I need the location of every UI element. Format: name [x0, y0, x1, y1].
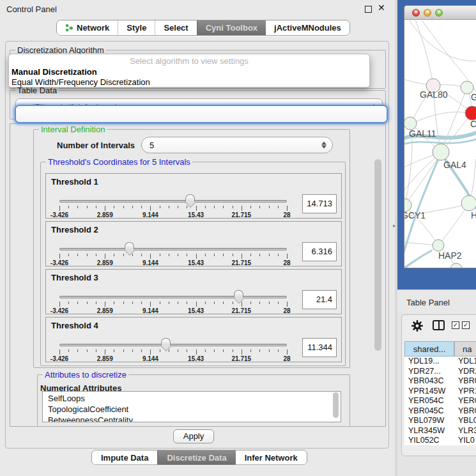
table-cell[interactable]: YBR043C: [408, 376, 453, 387]
table-cell[interactable]: YLR3: [458, 426, 476, 436]
threshold-panel: Threshold 2-3.4262.8599.14415.4321.71528…: [45, 221, 342, 266]
table-cell[interactable]: YIL052C: [408, 436, 453, 445]
network-edge: [409, 20, 476, 61]
node-label: GAL4: [443, 160, 466, 170]
tab-cyni-toolbox[interactable]: Cyni Toolbox: [197, 20, 266, 35]
slider-track[interactable]: [59, 344, 287, 346]
window-zoom-icon[interactable]: [435, 9, 443, 17]
slider-scale-labels: -3.4262.8599.14415.4321.71528: [59, 259, 287, 266]
close-icon[interactable]: ✕: [378, 3, 385, 13]
window-minimize-icon[interactable]: [424, 9, 431, 17]
threshold-value-field[interactable]: 21.4: [302, 290, 337, 309]
table-cell[interactable]: YDR2: [458, 367, 476, 377]
table-row[interactable]: YIL052CYIL0: [404, 436, 476, 445]
checkbox-icon[interactable]: ✓: [462, 321, 470, 329]
algorithm-dropdown-popup: Select algorithm to view settings Manual…: [8, 54, 370, 88]
algorithm-combobox[interactable]: [15, 105, 388, 123]
attribute-list-item[interactable]: BetweennessCentrality: [43, 415, 341, 422]
tab-style[interactable]: Style: [118, 20, 155, 35]
column-header-shared-name[interactable]: shared...: [404, 341, 454, 357]
numerical-attributes-list[interactable]: SelfLoopsTopologicalCoefficientBetweenne…: [42, 391, 341, 422]
network-node[interactable]: [404, 199, 411, 211]
columns-icon[interactable]: [433, 320, 445, 330]
node-label: HAP2: [438, 250, 462, 261]
slider-thumb[interactable]: [161, 338, 171, 346]
table-cell[interactable]: YBR045C: [408, 406, 453, 417]
node-label: C: [470, 119, 476, 129]
slider-scale-labels: -3.4262.8599.14415.4321.71528: [59, 355, 287, 362]
slider-ticks: [59, 349, 287, 355]
table-cell[interactable]: YBL0: [458, 416, 476, 426]
network-node[interactable]: [404, 117, 417, 130]
network-node[interactable]: [433, 240, 444, 251]
table-cell[interactable]: YBR0: [458, 406, 476, 417]
dropdown-option[interactable]: Manual Discretization: [12, 67, 97, 77]
network-view-window[interactable]: GAL80GALCGAL11GAL4GCY1HHAP2: [404, 5, 476, 268]
table-cell[interactable]: YPR1: [458, 387, 476, 397]
network-node[interactable]: [465, 106, 476, 120]
attribute-list-item[interactable]: TopologicalCoefficient: [43, 404, 341, 415]
slider-track[interactable]: [59, 200, 287, 203]
attributes-list-scrollbar[interactable]: [333, 392, 339, 418]
panel-scrollbar[interactable]: [374, 159, 381, 351]
slider-track[interactable]: [59, 296, 287, 298]
panel-resize-grip[interactable]: ▸: [393, 223, 396, 229]
network-node[interactable]: [450, 263, 462, 268]
float-window-icon[interactable]: [365, 6, 372, 13]
number-of-intervals-combobox[interactable]: 5: [141, 137, 333, 153]
apply-button[interactable]: Apply: [173, 429, 214, 443]
threshold-value-field[interactable]: 6.316: [302, 242, 337, 261]
slider-scale-labels: -3.4262.8599.14415.4321.71528: [59, 307, 287, 314]
node-label: GCY1: [404, 210, 426, 220]
table-cell[interactable]: YDL19...: [408, 357, 453, 367]
threshold-value-field[interactable]: 11.344: [302, 338, 337, 357]
network-edge: [412, 112, 471, 123]
table-cell[interactable]: YER0: [458, 396, 476, 406]
table-cell[interactable]: YBR0: [458, 376, 476, 387]
tab-label: Cyni Toolbox: [206, 23, 257, 33]
table-cell[interactable]: YIL0: [458, 436, 476, 445]
table-row[interactable]: YLR345WYLR3: [404, 426, 476, 436]
network-node[interactable]: [461, 196, 476, 211]
threshold-label: Threshold 3: [51, 273, 98, 282]
tab-label: Select: [164, 23, 188, 33]
tab-jactivemnodules[interactable]: jActiveMNodules: [266, 20, 349, 35]
tab-infer-network[interactable]: Infer Network: [236, 450, 307, 464]
table-row[interactable]: YPR145WYPR1: [404, 387, 476, 397]
slider-track[interactable]: [59, 248, 287, 250]
table-row[interactable]: YBR045CYBR0: [404, 406, 476, 417]
slider-thumb[interactable]: [125, 242, 134, 250]
table-cell[interactable]: YPR145W: [408, 387, 453, 397]
table-row[interactable]: YDL19...YDL1: [404, 357, 476, 367]
table-row[interactable]: YBL079WYBL0: [404, 416, 476, 426]
table-cell[interactable]: YLR345W: [408, 426, 453, 436]
checkbox-icon[interactable]: ✓: [452, 321, 459, 329]
column-header-name[interactable]: na: [454, 341, 476, 357]
table-cell[interactable]: YBL079W: [408, 416, 453, 426]
table-cell[interactable]: YDR27...: [408, 367, 453, 377]
slider-thumb[interactable]: [234, 290, 243, 298]
node-label: H: [471, 210, 476, 220]
tab-select[interactable]: Select: [155, 20, 196, 35]
interval-definition-group: Interval Definition Number of Intervals …: [33, 129, 350, 368]
tab-impute-data[interactable]: Impute Data: [92, 450, 157, 464]
tab-discretize-data[interactable]: Discretize Data: [157, 450, 235, 464]
network-node[interactable]: [433, 144, 449, 160]
slider-thumb[interactable]: [185, 194, 195, 202]
network-window-titlebar[interactable]: [404, 6, 476, 20]
table-row[interactable]: YBR043CYBR0: [404, 376, 476, 387]
tab-network[interactable]: Network: [57, 20, 118, 35]
network-icon: [65, 23, 73, 33]
table-cell[interactable]: YER054C: [408, 396, 453, 406]
attribute-list-item[interactable]: SelfLoops: [43, 393, 341, 404]
number-of-intervals-value: 5: [150, 141, 154, 150]
dropdown-option[interactable]: Equal Width/Frequency Discretization: [12, 77, 150, 87]
network-canvas[interactable]: GAL80GALCGAL11GAL4GCY1HHAP2: [404, 20, 476, 268]
table-cell[interactable]: YDL1: [458, 357, 476, 367]
threshold-value-field[interactable]: 14.713: [302, 194, 337, 213]
table-toolbar: ✓ ✓: [402, 315, 476, 339]
table-row[interactable]: YER054CYER0: [404, 396, 476, 406]
gear-icon[interactable]: [411, 319, 424, 332]
window-close-icon[interactable]: [412, 9, 420, 17]
table-row[interactable]: YDR27...YDR2: [404, 367, 476, 377]
